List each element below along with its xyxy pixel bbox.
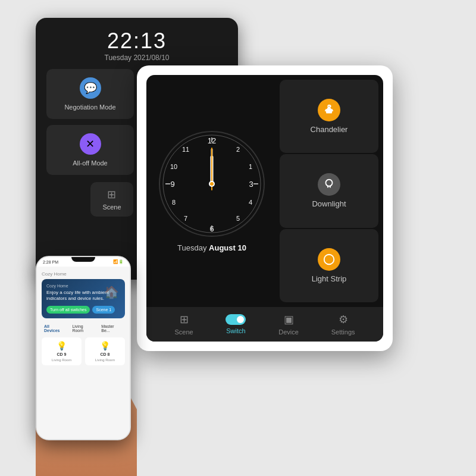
tab-master[interactable]: Master Be... [99, 323, 125, 334]
downlight-btn[interactable]: Downlight [280, 154, 378, 227]
turnoff-btn[interactable]: Turn off all switches [46, 306, 90, 314]
switch-toggle[interactable] [226, 314, 246, 325]
time: 22:13 [46, 29, 227, 54]
svg-text:4: 4 [249, 199, 252, 206]
device-nav-label: Device [278, 328, 299, 336]
controls-section: Chandelier Downlight [277, 75, 383, 307]
nav-device[interactable]: ▣ Device [278, 313, 299, 336]
bottom-nav: ⊞ Scene Switch ▣ Device ⚙ Settings [146, 307, 383, 342]
front-panel-inner: 12 3 6 9 2 1 4 5 11 10 8 7 [146, 75, 383, 342]
phone-content: Cozy Home Cozy Home Enjoy a cozy life wi… [37, 267, 130, 439]
analog-clock: 12 3 6 9 2 1 4 5 11 10 8 7 [158, 130, 265, 237]
date: Tuesday 2021/08/10 [46, 54, 227, 62]
scene1-btn[interactable]: Scene 1 [92, 306, 115, 314]
time-display: 22:13 Tuesday 2021/08/10 [46, 29, 227, 62]
cd8-name: CD 8 [101, 352, 110, 356]
svg-text:3: 3 [249, 180, 253, 189]
scene-nav-back[interactable]: ⊞ Scene [90, 182, 133, 217]
downlight-icon [318, 173, 340, 196]
svg-text:8: 8 [172, 199, 176, 206]
svg-text:9: 9 [170, 180, 174, 189]
settings-icon: ⚙ [339, 313, 348, 326]
negotiation-label: Negotiation Mode [64, 104, 115, 111]
nav-scene[interactable]: ⊞ Scene [174, 313, 193, 336]
cd9-name: CD 9 [57, 352, 67, 356]
scene-nav-label: Scene [174, 328, 193, 336]
phone-time: 2:28 PM [43, 260, 58, 264]
phone-action-buttons: Turn off all switches Scene 1 [46, 306, 120, 314]
device-cd9[interactable]: 💡 CD 9 Living Room [42, 337, 82, 365]
chandelier-label: Chandelier [311, 125, 348, 134]
scene-container: 22:13 Tuesday 2021/08/10 💬 Negotiation M… [0, 0, 476, 476]
svg-point-22 [210, 182, 214, 186]
alloff-label: All-off Mode [73, 159, 108, 167]
device-icon: ▣ [284, 313, 294, 326]
scene-label-back: Scene [102, 203, 121, 211]
scene-icon: ⊞ [180, 313, 189, 326]
nav-switch[interactable]: Switch [226, 314, 246, 334]
nav-settings[interactable]: ⚙ Settings [331, 313, 355, 336]
tab-living-room[interactable]: Living Room [70, 323, 96, 334]
settings-nav-label: Settings [331, 328, 355, 336]
alloff-mode-btn[interactable]: ✕ All-off Mode [46, 125, 134, 175]
toggle-knob [237, 316, 244, 323]
downlight-label: Downlight [312, 199, 346, 208]
phone-hero: Cozy Home Enjoy a cozy life with ambient… [42, 279, 125, 318]
chandelier-icon [318, 99, 340, 121]
negotiation-mode-btn[interactable]: 💬 Negotiation Mode [46, 69, 134, 119]
switch-nav-label: Switch [226, 327, 245, 334]
light-strip-icon [318, 248, 340, 271]
cd9-location: Living Room [52, 358, 71, 362]
chandelier-btn[interactable]: Chandelier [280, 80, 378, 153]
svg-point-25 [328, 258, 330, 261]
tab-all-devices[interactable]: All Devices [42, 323, 67, 334]
cd9-icon: 💡 [57, 341, 67, 350]
phone-header-text: Cozy Home [42, 271, 67, 277]
phone-screen: 2:28 PM 📶🔋 Cozy Home Cozy Home Enjoy a c… [37, 257, 130, 439]
phone-devices: 💡 CD 9 Living Room 💡 CD 8 Living Room [42, 337, 125, 365]
phone-app-header: Cozy Home [42, 271, 125, 277]
negotiation-icon: 💬 [80, 77, 101, 99]
clock-date: Tuesday August 10 [177, 243, 246, 252]
phone-tabs: All Devices Living Room Master Be... [42, 323, 125, 334]
cd8-location: Living Room [95, 358, 115, 362]
device-cd8[interactable]: 💡 CD 8 Living Room [85, 337, 125, 365]
phone-notch [71, 257, 95, 262]
phone: 2:28 PM 📶🔋 Cozy Home Cozy Home Enjoy a c… [36, 256, 131, 440]
light-strip-btn[interactable]: Light Strip [280, 229, 378, 302]
front-panel: 12 3 6 9 2 1 4 5 11 10 8 7 [137, 65, 393, 351]
home-icon: 🏠 [104, 285, 119, 299]
clock-date-value: August 10 [209, 243, 246, 252]
svg-text:7: 7 [184, 215, 187, 222]
svg-text:11: 11 [182, 146, 189, 153]
svg-text:1: 1 [249, 163, 252, 170]
svg-text:2: 2 [236, 146, 240, 153]
cd8-icon: 💡 [100, 341, 110, 350]
svg-text:5: 5 [236, 215, 240, 222]
scene-icon-back: ⊞ [107, 188, 116, 201]
svg-text:10: 10 [170, 163, 177, 170]
clock-section: 12 3 6 9 2 1 4 5 11 10 8 7 [146, 75, 277, 307]
light-strip-label: Light Strip [312, 274, 347, 283]
phone-status-icons: 📶🔋 [113, 259, 124, 264]
alloff-icon: ✕ [80, 133, 101, 155]
